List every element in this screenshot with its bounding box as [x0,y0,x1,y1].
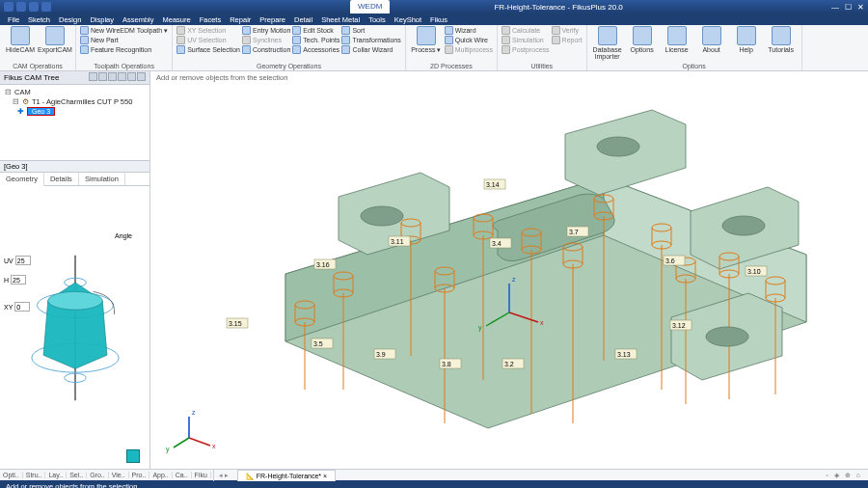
dimension-label: 3.12 [672,322,686,329]
menu-display[interactable]: Display [90,15,114,24]
ribbon-btn-quick-wire[interactable]: Quick Wire [445,36,493,44]
close-button[interactable]: ✕ [857,3,864,12]
menu-file[interactable]: File [8,15,19,24]
ribbon-btn-feature-recognition[interactable]: Feature Recognition [80,45,168,54]
minimize-button[interactable]: — [831,3,839,12]
ribbon-group-toolpath-operations: New WireEDM Toolpath ▾New PartFeature Re… [76,25,173,70]
bottom-panel-tabs: Opti..Stru..Lay..Sel..Gro..Vie..Pro..App… [0,472,211,478]
menu-tools[interactable]: Tools [368,15,386,24]
ribbon-btn-surface-selection[interactable]: Surface Selection [176,45,240,54]
ribbon-icon [417,26,436,45]
panel-tab[interactable]: Gro.. [87,472,109,478]
wire-cone-diagram [3,251,148,405]
panel-tab[interactable]: Sel.. [67,472,87,478]
ribbon-btn-tutorials[interactable]: Tutorials [765,26,798,53]
dimension-label: 3.7 [569,229,579,235]
panel-tab[interactable]: Vie.. [109,472,129,478]
ribbon-btn-new-wireedm-toolpath-[interactable]: New WireEDM Toolpath ▾ [80,26,168,35]
ribbon-icon [341,36,350,44]
panel-tab[interactable]: App.. [149,472,172,478]
menu-sketch[interactable]: Sketch [28,15,50,24]
cam-tree-title: Fikus CAM Tree [4,73,59,82]
xy-input[interactable] [14,302,30,312]
dimension-label: 3.16 [316,261,330,268]
menu-prepare[interactable]: Prepare [259,15,285,24]
ribbon-btn-options[interactable]: Options [626,26,659,53]
ribbon-group-label: Options [591,63,798,70]
h-field: H [4,275,26,285]
svg-point-74 [597,137,639,156]
ribbon-icon [176,36,185,44]
solid-toggle-icon[interactable] [126,449,140,463]
panel-tab[interactable]: Ca.. [173,472,192,478]
tree-tool-icon[interactable] [108,72,117,81]
tree-geo-node-selected[interactable]: ✚Geo 3 [17,107,146,117]
uv-input[interactable] [15,256,31,265]
qat-btn[interactable] [4,2,14,12]
tree-tool-icon[interactable] [118,72,126,81]
panel-tab[interactable]: Lay.. [45,472,67,478]
menu-keyshot[interactable]: KeyShot [394,15,421,24]
dimension-label: 3.8 [442,361,451,367]
menu-detail[interactable]: Detail [294,15,312,24]
menu-fikus[interactable]: Fikus [430,15,448,24]
ribbon-btn-construction[interactable]: Construction [242,45,290,54]
ribbon-btn-wizard[interactable]: Wizard [445,26,493,35]
dimension-label: 3.9 [376,351,386,358]
menu-assembly[interactable]: Assembly [122,15,154,24]
menu-sheet-metal[interactable]: Sheet Metal [321,15,360,24]
tree-root[interactable]: ⊟CAM [4,88,146,97]
qat-btn[interactable] [29,2,39,12]
ribbon-tab-active[interactable]: WEDM [350,0,390,14]
dimension-label: 3.15 [229,320,242,327]
panel-tab[interactable]: Opti.. [0,472,23,478]
tab-simulation[interactable]: Simulation [79,173,125,185]
ribbon-icon [292,45,301,54]
title-bar: WEDM FR-Height-Tolerance - FikusPlus 20.… [0,0,868,14]
ribbon-btn-about[interactable]: About [695,26,728,53]
tree-machine-node[interactable]: ⊟⚙T1 - AgieCharmilles CUT P 550 [4,97,146,107]
panel-tab[interactable]: Pro.. [129,472,150,478]
maximize-button[interactable]: ☐ [845,3,852,12]
ribbon-btn-collar-wizard[interactable]: Collar Wizard [341,45,400,54]
tab-geometry[interactable]: Geometry [0,173,44,186]
ribbon-btn-sort[interactable]: Sort [341,26,400,35]
panel-tab[interactable]: Stru.. [23,472,46,478]
qat-btn[interactable] [16,2,26,12]
ribbon-btn-transformations[interactable]: Transformations [341,36,400,44]
ribbon-btn-hidecam[interactable]: HideCAM [4,26,37,53]
ribbon-btn-accessories[interactable]: Accessories [292,45,339,54]
ribbon-btn-help[interactable]: Help [730,26,763,53]
h-input[interactable] [11,275,26,285]
menu-measure[interactable]: Measure [163,15,191,24]
menu-design[interactable]: Design [59,15,81,24]
tree-tool-icon[interactable] [127,72,136,81]
ribbon-btn-xy-selection: XY Selection [176,26,240,35]
ribbon-btn-entry-motion[interactable]: Entry Motion [242,26,290,35]
ribbon-btn-tech-points[interactable]: Tech. Points [292,36,339,44]
tree-tool-icon[interactable] [89,72,97,81]
qat-btn[interactable] [41,2,51,12]
menu-facets[interactable]: Facets [200,15,222,24]
ribbon-btn-process-[interactable]: Process ▾ [410,26,443,53]
ribbon-icon [598,26,617,45]
ribbon-icon [737,26,756,45]
ribbon-btn-exportcam[interactable]: ExportCAM [39,26,71,53]
tree-tool-icon[interactable] [98,72,107,81]
ribbon-btn-database-importer[interactable]: Database Importer [591,26,624,60]
ribbon-btn-edit-stock[interactable]: Edit Stock [292,26,339,35]
tree-tool-icon[interactable] [137,72,146,81]
ribbon-btn-uv-selection: UV Selection [176,36,240,44]
ribbon-group-label: Toolpath Operations [80,63,168,70]
ribbon-btn-new-part[interactable]: New Part [80,36,168,44]
tab-details[interactable]: Details [44,173,79,185]
viewport-3d[interactable]: Add or remove objects from the selection [150,71,868,469]
menu-repair[interactable]: Repair [230,15,251,24]
panel-tab[interactable]: Fiku [192,472,211,478]
svg-text:y: y [478,324,482,332]
ribbon-btn-license[interactable]: License [661,26,693,53]
document-tab[interactable]: 📐 FR-Height-Tolerance* × [237,470,336,481]
angle-label-field: Angle [115,232,132,239]
cam-tree[interactable]: ⊟CAM ⊟⚙T1 - AgieCharmilles CUT P 550 ✚Ge… [0,85,149,160]
view-controls[interactable]: ▫ ◈ ⊕ ⌂ [820,472,868,479]
